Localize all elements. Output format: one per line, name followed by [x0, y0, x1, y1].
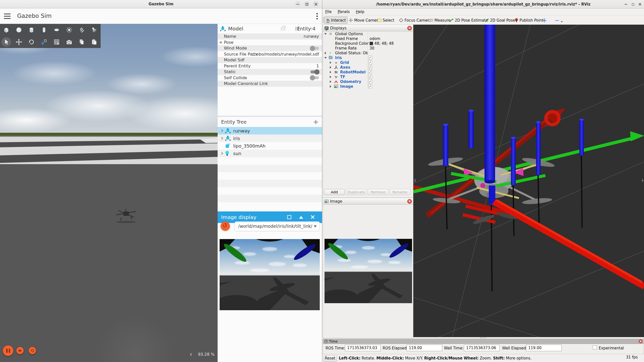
toolbar-grip[interactable] [323, 17, 324, 23]
row-background-color[interactable]: Background Color 48; 48; 48 [323, 41, 413, 46]
rtf-expand-icon[interactable] [190, 353, 193, 356]
experimental-checkbox[interactable] [593, 345, 597, 349]
row-grid[interactable]: ◈ Grid ✓ [323, 60, 413, 65]
directional-light-button[interactable] [75, 24, 88, 36]
view-settings-button[interactable] [50, 36, 63, 48]
row-image[interactable]: Image ✓ [323, 84, 413, 89]
close-panel-button[interactable] [407, 199, 412, 204]
remove-display-button[interactable]: Remove [368, 189, 388, 195]
duplicate-display-button[interactable]: Duplicate [346, 189, 367, 195]
point-light-button[interactable] [63, 24, 75, 36]
reset-button[interactable]: Reset [324, 355, 337, 361]
property-row-model-sdf[interactable]: Model Sdf [218, 57, 322, 63]
row-fixed-frame[interactable]: Fixed Frame odom [323, 36, 413, 41]
property-row-self-collide[interactable]: Self Collide [218, 75, 322, 81]
box-shape-button[interactable] [0, 24, 13, 36]
property-row-wind-mode[interactable]: Wind Mode [218, 45, 322, 51]
maximize-button[interactable] [304, 1, 310, 7]
row-iris-group[interactable]: Iris ✓ [323, 55, 413, 60]
displays-panel-header[interactable]: Displays [323, 25, 413, 31]
property-row-name[interactable]: Name runway [218, 33, 322, 39]
visibility-checkbox[interactable]: ✓ [368, 61, 372, 64]
property-row-model-canonical-link[interactable]: Model Canonical Link [218, 81, 322, 87]
close-button[interactable] [637, 2, 643, 7]
spot-light-button[interactable] [88, 24, 101, 36]
snap-tool-button[interactable] [38, 36, 50, 48]
splitter-dots[interactable] [480, 337, 487, 338]
visibility-checkbox[interactable]: ✓ [368, 84, 372, 88]
row-global-status[interactable]: ✓ Global Status: Ok [323, 51, 413, 55]
visibility-checkbox[interactable]: ✓ [368, 65, 372, 69]
real-time-factor[interactable]: 93.28 % [190, 352, 215, 357]
row-robotmodel[interactable]: RobotModel ✓ [323, 70, 413, 74]
copy-button[interactable] [75, 36, 88, 48]
add-entity-button[interactable] [314, 120, 318, 124]
wall-elapsed-input[interactable]: 119.00 [526, 345, 562, 351]
expand-icon[interactable] [220, 137, 223, 140]
wall-time-input[interactable]: 1713536373.06 [464, 345, 500, 351]
property-row-static[interactable]: Static [218, 69, 322, 75]
expand-pose-icon[interactable] [219, 41, 222, 44]
panel-splitter-handle[interactable] [414, 178, 416, 183]
expand-icon[interactable] [220, 152, 223, 155]
kebab-menu-icon[interactable] [316, 13, 318, 21]
minimize-button[interactable] [295, 1, 301, 7]
property-row-parent-entity[interactable]: Parent Entity 1 [218, 63, 322, 69]
menu-file[interactable]: File [322, 9, 335, 15]
minimize-button[interactable] [623, 2, 629, 7]
pause-button[interactable] [3, 345, 13, 356]
rename-display-button[interactable]: Rename [390, 189, 410, 195]
self-collide-toggle[interactable] [310, 76, 319, 79]
tree-item-sun[interactable]: sun [218, 150, 322, 157]
collapse-panel-icon[interactable] [299, 216, 303, 219]
visibility-checkbox[interactable]: ✓ [368, 70, 372, 74]
static-toggle[interactable] [310, 70, 319, 73]
visibility-checkbox[interactable]: ✓ [368, 56, 372, 60]
tree-item-iris[interactable]: iris [218, 134, 322, 142]
float-panel-icon[interactable] [287, 215, 291, 219]
sphere-shape-button[interactable] [13, 24, 25, 36]
remove-tool-button[interactable]: − [553, 17, 564, 24]
tree-item-runway[interactable]: runway [218, 127, 322, 134]
reset-simulation-button[interactable] [29, 347, 36, 354]
close-panel-icon[interactable] [310, 215, 315, 220]
close-panel-button[interactable] [407, 26, 412, 30]
property-row-source-file-path[interactable]: Source File Path ...ebo/models/runway/mo… [218, 51, 322, 57]
row-tf[interactable]: TF ✓ [323, 74, 413, 79]
interact-tool[interactable]: Interact [324, 17, 347, 24]
topic-dropdown[interactable]: /world/map/model/iris/link/tilt_link/ [235, 221, 320, 231]
close-panel-button[interactable] [639, 339, 642, 343]
ellipsoid-shape-button[interactable] [50, 24, 63, 36]
refresh-topic-button[interactable] [221, 221, 230, 231]
image-panel-header[interactable]: Image [323, 198, 413, 205]
tree-item-lipo-3500mah[interactable]: lipo_3500mAh [218, 142, 322, 150]
panel-splitter-handle[interactable] [642, 178, 644, 183]
translate-tool-button[interactable] [13, 36, 25, 48]
ros-elapsed-input[interactable]: 119.00 [407, 345, 442, 351]
add-display-button[interactable]: Add [324, 189, 345, 195]
cylinder-shape-button[interactable] [25, 24, 38, 36]
step-forward-button[interactable] [16, 347, 24, 354]
row-odometry[interactable]: Odometry ✓ [323, 79, 413, 84]
rotate-tool-button[interactable] [25, 36, 38, 48]
goal-pose-tool[interactable]: 2D Goal Pose [483, 17, 516, 24]
hamburger-menu-icon[interactable] [4, 14, 11, 19]
expand-icon[interactable] [220, 129, 223, 132]
screenshot-button[interactable] [63, 36, 75, 48]
visibility-checkbox[interactable]: ✓ [368, 75, 372, 79]
menu-panels[interactable]: Panels [335, 9, 353, 15]
row-global-options[interactable]: ⚙ Global Options [323, 31, 413, 36]
paste-button[interactable] [88, 36, 101, 48]
time-panel-header[interactable]: Time [323, 339, 643, 344]
maximize-button[interactable] [630, 2, 636, 7]
rviz-3d-view[interactable] [413, 25, 644, 337]
close-button[interactable] [313, 1, 319, 7]
publish-point-tool[interactable]: Publish Point [513, 17, 545, 24]
menu-help[interactable]: Help [353, 9, 367, 15]
select-tool-button[interactable] [0, 36, 13, 48]
add-tool-button[interactable]: + [541, 17, 548, 24]
wind-mode-toggle[interactable] [310, 47, 319, 50]
row-axes[interactable]: Axes ✓ [323, 65, 413, 70]
lock-icon[interactable] [281, 27, 285, 30]
select-tool[interactable]: Select [376, 17, 395, 24]
